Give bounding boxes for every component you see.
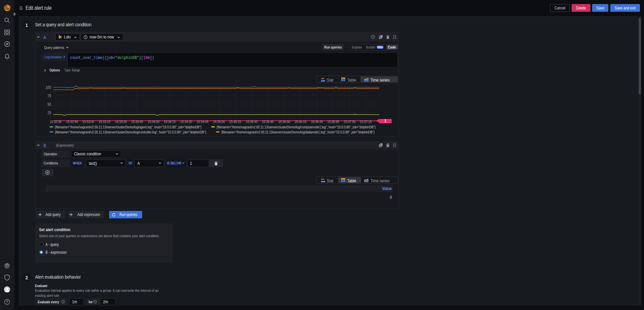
svg-text:124: 124 (321, 78, 324, 80)
svg-text:124: 124 (321, 178, 324, 180)
